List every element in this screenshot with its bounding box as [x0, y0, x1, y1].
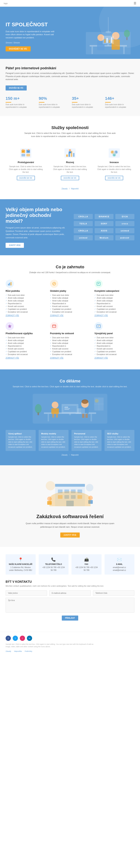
included-title: Co je zahrnuto	[6, 265, 134, 270]
menu-icon[interactable]: ☰	[134, 1, 136, 5]
services-title: Služby společnosti	[6, 125, 134, 130]
stat-item: 146+ Duis aute irure dolor in reprehende…	[105, 96, 135, 108]
service-icon-1	[19, 148, 32, 159]
contact-card-email: ✉️ E-MAIL email@email.cz email@email.cz	[104, 554, 135, 575]
contact-grid: 📍 NAŠE HLAVNÍ KANCELÁŘ 1 Cubbinton Rd, W…	[6, 554, 134, 575]
contact-submit-button[interactable]: PŘIHLÁSIT	[62, 616, 78, 621]
included-card-title-5: Poznámky ke smlouvě	[50, 332, 90, 335]
included-cta-5[interactable]: ZOBRAZIT VŠE	[50, 356, 64, 360]
email-input[interactable]	[49, 590, 91, 596]
whatwedo-description: Sample text. Click to select the text bo…	[6, 385, 134, 388]
social-instagram-button[interactable]: i	[20, 636, 25, 641]
social-linkedin-button[interactable]: in	[27, 636, 32, 641]
contact-card-address: 📍 NAŠE HLAVNÍ KANCELÁŘ 1 Cubbinton Rd, W…	[6, 554, 36, 575]
hero-cta-button[interactable]: DOZVĚDĚT SE VÍC	[6, 46, 31, 52]
service-cta-2[interactable]: DOZVĚD SE VÍC	[61, 176, 79, 180]
hero-author: Simone / Simone	[6, 42, 82, 44]
svg-rect-63	[48, 414, 49, 421]
whatwedo-card-desc-4: Sample text. Click to select the text bo…	[107, 436, 132, 448]
contact-card-title-4: E-MAIL	[108, 563, 132, 565]
included-cta-1[interactable]: ZOBRAZIT VŠE	[6, 313, 19, 318]
services-link-1[interactable]: Zásady	[62, 188, 68, 190]
whatwedo-card-desc-1: Sample text. Click to select the text bo…	[8, 436, 33, 448]
service-cta-1[interactable]: DOZVĚD SE VÍC	[17, 176, 35, 180]
included-cta-4[interactable]: ZOBRAZIT VŠE	[6, 356, 19, 360]
stats-row: 150 m+ Duis aute irure dolor in reprehen…	[6, 96, 134, 108]
stat-item: 35+ Duis aute irure dolor in reprehender…	[72, 96, 101, 108]
svg-rect-31	[69, 153, 70, 157]
features-section: Páteř pro internetové podnikání Paragraf…	[0, 59, 140, 116]
footer-link-2[interactable]: Nápověda	[14, 650, 22, 652]
included-card-title-2: Globální platby	[50, 290, 90, 292]
stat-label: Duis aute irure dolor in reprehenderit i…	[39, 103, 68, 108]
svg-rect-52	[98, 284, 99, 284]
contact-card-title-3: FAX	[74, 563, 98, 565]
whatwedo-card-title-1: Vývoj aplikací	[8, 433, 33, 435]
service-cta-3[interactable]: DOZVĚD SE VÍC	[105, 176, 123, 180]
software-section: Zakázková softwarová řešení Quam nulla p…	[0, 465, 140, 547]
svg-point-85	[95, 399, 98, 403]
logo: logo	[4, 2, 8, 4]
svg-rect-67	[52, 414, 54, 417]
included-card-title-4: Předdefinovaná výpůjčka	[6, 332, 46, 335]
whatwedo-card-3: Persononal Sample text. Click to select …	[71, 430, 101, 451]
svg-rect-73	[64, 408, 70, 409]
whatwedo-card-title-2: Moduly modely	[41, 433, 66, 435]
service-title-2: Rozvoj	[53, 161, 88, 164]
brand-grid: CROLLA BINANCE EVJA TESLA SONY crocs CRO…	[74, 214, 134, 240]
email-icon: ✉️	[108, 557, 132, 562]
social-twitter-button[interactable]: t	[13, 636, 18, 641]
services-links: Zásady / Nápověd	[6, 188, 134, 190]
svg-rect-68	[56, 414, 58, 417]
payment-cta-button[interactable]: ZJISTIT VÍCE	[6, 243, 24, 248]
footer-link-3[interactable]: Podmínky	[25, 650, 32, 652]
whatwedo-card-4: SEO služby Sample text. Click to select …	[104, 430, 135, 451]
features-cta-button[interactable]: DOZVĚD SE VÍC	[6, 86, 27, 91]
svg-rect-46	[8, 284, 9, 285]
message-input[interactable]	[6, 598, 134, 613]
included-card-3: Kompletní zabezpečení Duis aute irure do…	[94, 280, 134, 318]
svg-point-34	[69, 149, 71, 151]
footer-link-1[interactable]: Zásady	[6, 650, 11, 652]
svg-rect-53	[52, 325, 56, 328]
included-section: Co je zahrnuto Získejte více než 100 fun…	[0, 255, 140, 370]
fax-icon: 📠	[74, 557, 98, 562]
svg-rect-74	[64, 409, 69, 410]
stat-number: 90%	[39, 96, 68, 101]
name-input[interactable]	[6, 590, 47, 596]
brand-item: BINANCE	[95, 214, 114, 219]
included-icon-6	[94, 322, 103, 330]
svg-rect-10	[104, 39, 106, 43]
contact-card-title-2: TELEFONNÍ ČÍSLO	[42, 563, 66, 565]
hero-description: Duis aute irure dolor in reprehenderit i…	[6, 30, 58, 39]
payment-title: Velký objem plateb nebo jedinečný obchod…	[6, 207, 66, 224]
svg-rect-89	[55, 484, 85, 487]
contact-card-value-1: 1 Cubbinton Rd, Weston under Wetherley, …	[8, 566, 33, 571]
included-card-4: Předdefinovaná výpůjčka Duis aute irure …	[6, 322, 46, 360]
included-cta-6[interactable]: ZOBRAZIT VŠE	[94, 356, 108, 360]
software-cta-button[interactable]: ZJISTIT VÍCE	[60, 532, 80, 537]
svg-rect-26	[22, 151, 24, 152]
included-icon-5	[50, 322, 58, 330]
stat-number: 35+	[72, 96, 101, 101]
phone-input[interactable]	[93, 590, 134, 596]
included-card-5: Poznámky ke smlouvě Duis aute irure dolo…	[50, 322, 90, 360]
whatwedo-link-2[interactable]: Nápověd	[71, 454, 78, 456]
brand-item: SONY	[95, 221, 114, 226]
contact-form-title: BÝT V KONTAKTU	[6, 580, 134, 584]
social-facebook-button[interactable]: f	[6, 636, 11, 641]
whatwedo-link-1[interactable]: Zásady	[62, 454, 68, 456]
contact-card-phone: 📞 TELEFONNÍ ČÍSLO +00 1234 56 789 +00 12…	[39, 554, 69, 575]
included-subtitle: Získejte více než 100 funkcí i bezpečnos…	[23, 271, 117, 274]
included-cta-2[interactable]: ZOBRAZIT VŠE	[50, 313, 64, 318]
included-list-4: Duis aute irure dolor Amet nulla volutpa…	[6, 336, 46, 356]
included-card-title-6: Vývojářský panel	[94, 332, 134, 335]
brand-item: CROLLA	[74, 228, 93, 233]
svg-rect-78	[82, 414, 85, 418]
svg-line-59	[98, 326, 99, 327]
whatwedo-grid: Vývoj aplikací Sample text. Click to sel…	[6, 430, 134, 451]
included-icon-1	[6, 280, 14, 288]
included-cta-3[interactable]: ZOBRAZIT VŠE	[94, 313, 108, 318]
included-list-2: Duis aute irure dolor Amet nulla volutpa…	[50, 294, 90, 313]
services-link-2[interactable]: Nápověd	[71, 188, 78, 190]
